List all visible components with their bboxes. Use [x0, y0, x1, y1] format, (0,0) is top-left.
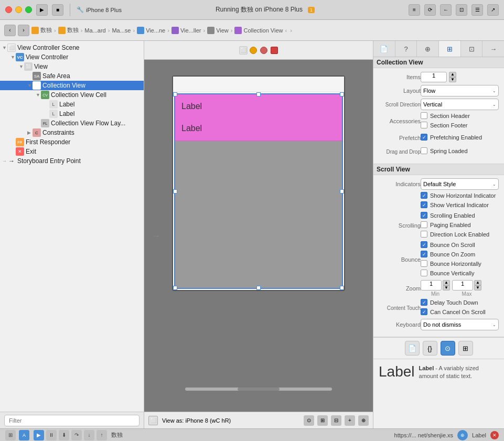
- pause-btn[interactable]: ⏸: [46, 430, 57, 440]
- step-over-btn[interactable]: ↷: [71, 430, 82, 440]
- show-h-cb[interactable]: ✓: [421, 192, 427, 199]
- prefetching-cb[interactable]: ✓: [421, 134, 427, 141]
- delay-touch-cb[interactable]: ✓: [421, 299, 427, 306]
- zoom-min-stepper[interactable]: ▲ ▼: [443, 280, 450, 291]
- close-button[interactable]: [5, 6, 12, 13]
- back-nav-button[interactable]: ‹: [4, 25, 16, 36]
- minimize-button[interactable]: [15, 6, 22, 13]
- tree-item-label1[interactable]: L Label: [0, 100, 144, 109]
- handle-mid-right[interactable]: [340, 189, 344, 193]
- tree-item-entry[interactable]: → → Storyboard Entry Point: [0, 156, 144, 166]
- bt-doc-icon[interactable]: 📄: [405, 341, 420, 356]
- canvas-format-icon[interactable]: ⬜: [239, 46, 248, 55]
- breadcrumb-item-8[interactable]: Collection View: [234, 27, 283, 34]
- section-footer-cb[interactable]: [421, 122, 427, 128]
- close-status-btn[interactable]: ✕: [490, 431, 499, 439]
- can-cancel-cb[interactable]: ✓: [421, 308, 427, 315]
- horizontal-scrollbar[interactable]: [185, 388, 332, 391]
- bt-grid-icon[interactable]: ⊞: [458, 341, 473, 356]
- spring-loaded-cb[interactable]: [421, 147, 427, 154]
- handle-top-mid[interactable]: [256, 92, 261, 96]
- breadcrumb-item-5[interactable]: Vie...ne: [137, 27, 165, 34]
- breadcrumb-item-7[interactable]: View: [207, 27, 229, 34]
- tree-item-scene[interactable]: ▼ ⬜ View Controller Scene: [0, 43, 144, 52]
- zoom-min-down[interactable]: ▼: [443, 285, 450, 291]
- paging-cb[interactable]: [421, 221, 427, 228]
- zoom-max-stepper[interactable]: ▲ ▼: [474, 280, 481, 291]
- zoom-min-input[interactable]: 1: [421, 280, 442, 291]
- breadcrumb-item-2[interactable]: 数独: [58, 26, 79, 34]
- scroll-dir-select[interactable]: Vertical ⌄: [421, 99, 499, 110]
- show-v-cb[interactable]: ✓: [421, 201, 427, 208]
- breadcrumb-item-4[interactable]: Ma...se: [112, 27, 131, 34]
- stepper-up[interactable]: ▲: [449, 72, 456, 77]
- back-button[interactable]: ←: [440, 4, 452, 16]
- tree-item-constraints[interactable]: ▶ C Constraints: [0, 128, 144, 137]
- handle-top-left[interactable]: [173, 92, 177, 96]
- bt-active-icon[interactable]: ⊙: [441, 341, 455, 356]
- items-input[interactable]: 1: [421, 72, 447, 82]
- play-status-btn[interactable]: ▶: [34, 430, 44, 440]
- maximize-button[interactable]: [25, 6, 32, 13]
- step-in-btn[interactable]: ↓: [84, 430, 94, 440]
- tree-item-fr[interactable]: FR First Responder: [0, 137, 144, 147]
- items-stepper[interactable]: ▲ ▼: [449, 72, 456, 82]
- zoom-min-up[interactable]: ▲: [443, 280, 450, 285]
- filter-input[interactable]: [4, 415, 140, 426]
- constraint-icon-bottom[interactable]: ⊟: [331, 415, 341, 426]
- bounce-h-cb[interactable]: [421, 260, 427, 267]
- debug-status-btn[interactable]: ⬇: [59, 430, 69, 440]
- zoom-max-up[interactable]: ▲: [474, 280, 481, 285]
- navigator-button[interactable]: ≡: [409, 4, 420, 16]
- tree-item-view[interactable]: ▼ ⬜ View: [0, 62, 144, 71]
- collection-view-wrapper[interactable]: Label Label: [173, 92, 344, 290]
- handle-bottom-mid[interactable]: [256, 286, 261, 290]
- tab-size[interactable]: ⊡: [461, 41, 483, 57]
- breadcrumb-item-6[interactable]: Vie...ller: [171, 27, 201, 34]
- breadcrumb-item-1[interactable]: 数独: [31, 26, 52, 34]
- stepper-down[interactable]: ▼: [449, 77, 456, 82]
- play-button[interactable]: ▶: [36, 4, 48, 16]
- handle-bottom-right[interactable]: [340, 286, 344, 290]
- keyboard-select[interactable]: Do not dismiss ⌄: [421, 319, 499, 330]
- tab-id[interactable]: ⊕: [417, 41, 439, 57]
- handle-mid-left[interactable]: [173, 189, 177, 193]
- tree-item-flow[interactable]: FL Collection View Flow Lay...: [0, 119, 144, 128]
- tree-item-cv[interactable]: ▼ CV Collection View: [0, 81, 144, 90]
- bt-code-icon[interactable]: {}: [423, 341, 437, 356]
- zoom-max-input[interactable]: 1: [452, 280, 473, 291]
- tree-item-label2[interactable]: L Label: [0, 109, 144, 119]
- bounce-v-cb[interactable]: [421, 270, 427, 276]
- bounce-scroll-cb[interactable]: ✓: [421, 241, 427, 248]
- handle-bottom-left[interactable]: [173, 286, 177, 290]
- tree-item-exit[interactable]: ✕ Exit: [0, 147, 144, 156]
- layout-button[interactable]: ⊡: [456, 4, 467, 16]
- zoom-fit-icon[interactable]: ⊙: [304, 415, 314, 426]
- tab-help[interactable]: ?: [395, 41, 417, 57]
- stop-button[interactable]: ■: [52, 4, 63, 16]
- zoom-max-down[interactable]: ▼: [474, 285, 481, 291]
- forward-nav-button[interactable]: ›: [18, 25, 29, 36]
- indicators-select[interactable]: Default Style ⌄: [421, 178, 499, 190]
- tree-item-vc[interactable]: ▼ VC View Controller: [0, 52, 144, 62]
- zoom-grid-icon[interactable]: ⊞: [317, 415, 328, 426]
- breadcrumb-item-3[interactable]: Ma...ard: [84, 27, 105, 34]
- view-type-icon[interactable]: ⬜: [148, 416, 158, 425]
- settings-icon[interactable]: ⊕: [358, 415, 369, 426]
- tab-attributes[interactable]: ⊞: [439, 41, 461, 57]
- inspector-button[interactable]: ☰: [471, 4, 483, 16]
- direction-lock-cb[interactable]: [421, 231, 427, 238]
- canvas-scroll[interactable]: →: [144, 60, 373, 412]
- label-icon[interactable]: A: [19, 430, 29, 440]
- tab-connections[interactable]: →: [482, 41, 504, 57]
- handle-top-right[interactable]: [340, 92, 344, 96]
- layout-select[interactable]: Flow ⌄: [421, 85, 499, 96]
- collection-view[interactable]: Label Label: [174, 93, 343, 289]
- scrolling-enabled-cb[interactable]: ✓: [421, 212, 427, 219]
- library-button[interactable]: ↗: [487, 4, 499, 16]
- bounce-zoom-cb[interactable]: ✓: [421, 251, 427, 257]
- tab-file[interactable]: 📄: [373, 41, 395, 57]
- grid-icon[interactable]: ⊞: [5, 430, 16, 440]
- section-header-cb[interactable]: [421, 112, 427, 119]
- debug-button[interactable]: ⟳: [424, 4, 436, 16]
